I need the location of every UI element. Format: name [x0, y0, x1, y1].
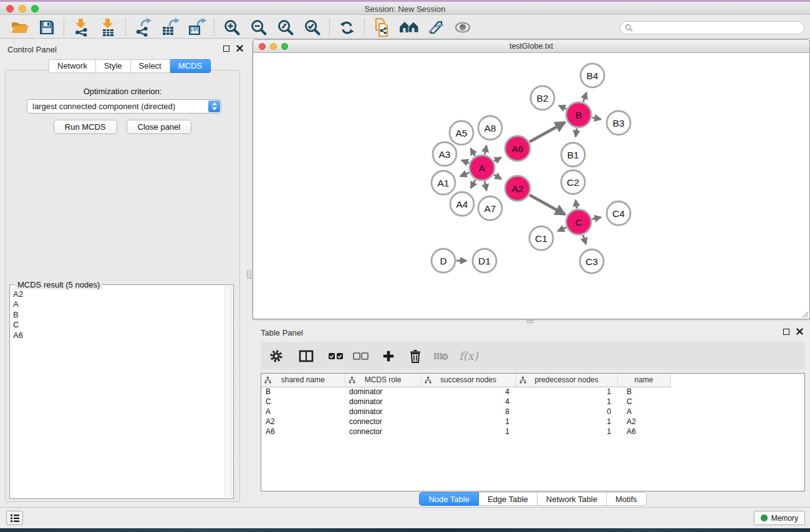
mcds-result-list[interactable]: A2 A B C A6	[11, 289, 223, 497]
hide-labels-button[interactable]	[422, 17, 449, 37]
tab-network[interactable]: Network	[49, 59, 96, 73]
edge-A-A6[interactable]	[494, 157, 501, 161]
import-network-button[interactable]	[68, 17, 95, 37]
zoom-fit-icon	[277, 19, 294, 36]
edge-A-A1[interactable]	[460, 173, 469, 177]
result-item[interactable]: A6	[13, 331, 223, 341]
memory-button[interactable]: Memory	[754, 511, 805, 525]
export-image-icon	[188, 18, 206, 37]
document-network-button[interactable]	[369, 17, 395, 37]
edge-A6-B[interactable]	[529, 122, 565, 142]
edge-B-B4[interactable]	[583, 92, 586, 102]
export-table-button[interactable]	[157, 17, 183, 37]
node-table: shared name MCDS role successor nodes pr…	[261, 373, 805, 491]
houses-button[interactable]	[395, 17, 422, 37]
edge-C-C2[interactable]	[576, 200, 577, 208]
save-session-button[interactable]	[33, 17, 60, 37]
tab-mcds[interactable]: MCDS	[170, 59, 211, 73]
function-builder-button[interactable]: f(x)	[459, 342, 478, 370]
refresh-button[interactable]	[334, 17, 360, 37]
result-item[interactable]: B	[13, 310, 223, 320]
export-network-button[interactable]	[130, 17, 157, 37]
result-item[interactable]: C	[13, 320, 223, 330]
tab-edge-table[interactable]: Edge Table	[479, 492, 538, 506]
tab-select[interactable]: Select	[131, 59, 170, 73]
control-panel-close-icon[interactable]	[236, 45, 243, 52]
zoom-out-button[interactable]	[245, 17, 272, 37]
column-header-shared-name[interactable]: shared name	[261, 374, 345, 387]
node-label-A5: A5	[456, 128, 468, 138]
open-file-button[interactable]	[6, 17, 33, 37]
column-header-predecessor-nodes[interactable]: predecessor nodes	[516, 374, 617, 387]
network-window-titlebar[interactable]: testGlobe.txt	[253, 40, 809, 53]
table-row[interactable]: C dominator 4 1 C	[261, 397, 804, 407]
search-input[interactable]	[620, 21, 804, 34]
mcds-panel: Optimization criterion: largest connecte…	[5, 70, 240, 502]
deselect-all-button[interactable]	[352, 342, 370, 370]
edge-C-C4[interactable]	[592, 217, 600, 219]
tab-style[interactable]: Style	[96, 59, 131, 73]
edge-A2-C[interactable]	[529, 195, 565, 215]
task-history-button[interactable]	[6, 511, 23, 525]
vertical-split-grip[interactable]	[247, 270, 251, 279]
edge-A-A5[interactable]	[471, 148, 475, 156]
edge-B-B2[interactable]	[559, 105, 566, 109]
network-column-icon	[425, 377, 432, 384]
table-row[interactable]: A dominator 8 0 A	[261, 407, 804, 417]
select-all-button[interactable]	[327, 342, 345, 370]
result-scrollbar[interactable]	[224, 286, 233, 498]
node-label-B3: B3	[613, 118, 625, 128]
toolbar-separator	[64, 19, 64, 36]
zoom-selected-button[interactable]	[299, 17, 325, 37]
import-table-button[interactable]	[95, 17, 122, 37]
result-item[interactable]: A2	[13, 289, 223, 299]
table-row[interactable]: B dominator 4 1 B	[261, 387, 804, 397]
node-label-A7: A7	[485, 203, 496, 214]
horizontal-split-grip[interactable]	[527, 320, 533, 323]
edge-A-A7[interactable]	[485, 181, 486, 191]
table-panel-float-button[interactable]	[783, 329, 789, 335]
network-canvas[interactable]: AA1A3A5A8A4A7A6A2BB2B4B3B1CC2C4C1C3DD1	[253, 53, 809, 319]
edge-A-A2[interactable]	[494, 175, 501, 179]
show-columns-button[interactable]	[296, 342, 317, 370]
run-mcds-button[interactable]: Run MCDS	[54, 120, 117, 134]
column-header-name[interactable]: name	[617, 374, 670, 387]
tab-node-table[interactable]: Node Table	[419, 492, 479, 506]
edge-B-B3[interactable]	[592, 117, 601, 119]
edge-A-A3[interactable]	[461, 160, 469, 163]
edge-A-A4[interactable]	[471, 180, 475, 188]
main-area: Control Panel Network Style Select MCDS …	[0, 39, 810, 507]
tab-motifs[interactable]: Motifs	[607, 492, 647, 506]
optimization-criterion-label: Optimization criterion:	[6, 87, 239, 96]
edge-A-A8[interactable]	[485, 145, 486, 154]
column-header-mcds-role[interactable]: MCDS role	[345, 374, 421, 387]
edge-B-B1[interactable]	[576, 128, 577, 137]
table-row[interactable]: A6 connector 1 1 A6	[261, 427, 804, 437]
zoom-fit-button[interactable]	[272, 17, 299, 37]
label-slash-icon	[427, 19, 445, 36]
tab-network-table[interactable]: Network Table	[538, 492, 607, 506]
export-image-button[interactable]	[183, 17, 210, 37]
column-header-successor-nodes[interactable]: successor nodes	[421, 374, 516, 387]
table-settings-button[interactable]	[266, 342, 287, 370]
delete-table-button[interactable]	[432, 342, 450, 370]
control-panel-float-button[interactable]	[223, 46, 229, 52]
toolbar-separator	[329, 19, 330, 36]
node-label-A1: A1	[438, 178, 450, 188]
zoom-in-button[interactable]	[218, 17, 245, 37]
mcds-result-title: MCDS result (5 nodes)	[15, 280, 102, 289]
delete-column-button[interactable]	[407, 342, 424, 370]
resize-grip-icon[interactable]	[800, 309, 809, 318]
eye-button[interactable]	[449, 17, 476, 37]
edge-C-C1[interactable]	[558, 228, 566, 231]
criterion-dropdown[interactable]: largest connected component (directed)	[27, 99, 221, 114]
control-panel-tabs: Network Style Select MCDS	[49, 59, 211, 73]
checked-boxes-icon	[328, 352, 344, 360]
table-row[interactable]: A2 connector 1 1 A2	[261, 417, 804, 427]
close-panel-button[interactable]: Close panel	[127, 120, 192, 134]
edge-C-C3[interactable]	[583, 235, 586, 244]
result-item[interactable]: A	[13, 299, 223, 309]
dropdown-stepper-icon[interactable]	[208, 100, 220, 112]
table-panel-close-icon[interactable]	[796, 328, 803, 335]
add-column-button[interactable]	[379, 342, 398, 370]
